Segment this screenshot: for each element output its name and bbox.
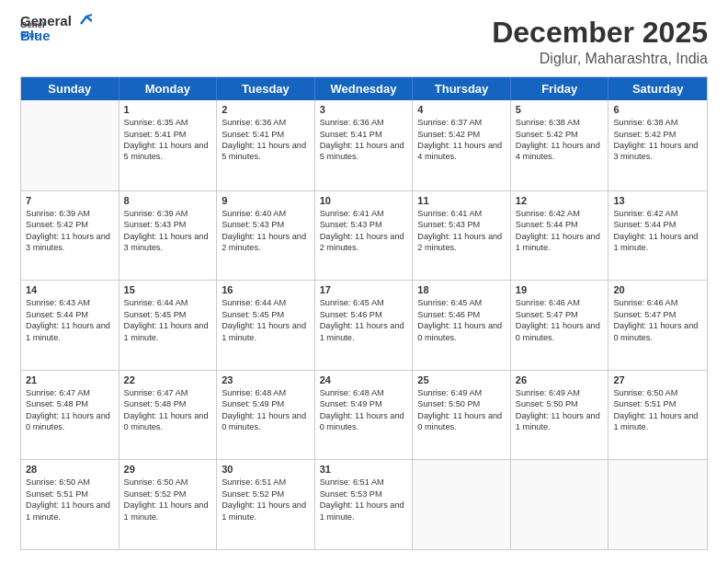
header-day-monday: Monday [119, 77, 218, 100]
calendar-cell: 15Sunrise: 6:44 AM Sunset: 5:45 PM Dayli… [119, 281, 218, 370]
day-info: Sunrise: 6:39 AM Sunset: 5:42 PM Dayligh… [26, 208, 114, 254]
day-info: Sunrise: 6:36 AM Sunset: 5:41 PM Dayligh… [222, 117, 310, 163]
calendar-cell: 1Sunrise: 6:35 AM Sunset: 5:41 PM Daylig… [119, 100, 218, 190]
day-info: Sunrise: 6:38 AM Sunset: 5:42 PM Dayligh… [613, 117, 702, 163]
calendar-cell: 28Sunrise: 6:50 AM Sunset: 5:51 PM Dayli… [21, 460, 119, 549]
calendar-cell: 2Sunrise: 6:36 AM Sunset: 5:41 PM Daylig… [217, 100, 315, 190]
calendar-row-4: 28Sunrise: 6:50 AM Sunset: 5:51 PM Dayli… [21, 459, 707, 549]
calendar-cell [21, 100, 119, 190]
calendar-row-1: 7Sunrise: 6:39 AM Sunset: 5:42 PM Daylig… [21, 190, 707, 281]
calendar-cell: 31Sunrise: 6:51 AM Sunset: 5:53 PM Dayli… [315, 460, 414, 549]
day-info: Sunrise: 6:49 AM Sunset: 5:50 PM Dayligh… [516, 387, 604, 433]
day-number: 27 [613, 374, 702, 385]
calendar-cell: 16Sunrise: 6:44 AM Sunset: 5:45 PM Dayli… [217, 281, 315, 370]
logo-block: General Blue [20, 13, 92, 43]
calendar-cell: 21Sunrise: 6:47 AM Sunset: 5:48 PM Dayli… [21, 371, 119, 460]
day-info: Sunrise: 6:39 AM Sunset: 5:43 PM Dayligh… [124, 208, 212, 254]
header-day-tuesday: Tuesday [217, 77, 315, 100]
day-number: 16 [222, 284, 310, 295]
day-number: 20 [613, 284, 702, 295]
day-number: 15 [124, 284, 212, 295]
logo-blue: Blue [20, 28, 92, 43]
day-info: Sunrise: 6:36 AM Sunset: 5:41 PM Dayligh… [320, 117, 408, 163]
day-info: Sunrise: 6:43 AM Sunset: 5:44 PM Dayligh… [26, 297, 114, 343]
day-number: 6 [613, 104, 702, 115]
day-info: Sunrise: 6:50 AM Sunset: 5:51 PM Dayligh… [613, 387, 702, 433]
day-info: Sunrise: 6:46 AM Sunset: 5:47 PM Dayligh… [613, 297, 702, 343]
calendar-header: SundayMondayTuesdayWednesdayThursdayFrid… [21, 77, 707, 100]
day-info: Sunrise: 6:46 AM Sunset: 5:47 PM Dayligh… [516, 297, 604, 343]
day-info: Sunrise: 6:38 AM Sunset: 5:42 PM Dayligh… [516, 117, 604, 163]
day-number: 3 [320, 104, 408, 115]
calendar-cell [413, 460, 511, 549]
calendar-cell: 23Sunrise: 6:48 AM Sunset: 5:49 PM Dayli… [217, 371, 315, 460]
day-number: 13 [613, 195, 702, 206]
day-info: Sunrise: 6:41 AM Sunset: 5:43 PM Dayligh… [417, 208, 506, 254]
day-info: Sunrise: 6:35 AM Sunset: 5:41 PM Dayligh… [124, 117, 212, 163]
day-info: Sunrise: 6:40 AM Sunset: 5:43 PM Dayligh… [222, 208, 310, 254]
day-number: 28 [26, 464, 114, 475]
calendar-cell: 26Sunrise: 6:49 AM Sunset: 5:50 PM Dayli… [511, 371, 609, 460]
day-number: 9 [222, 195, 310, 206]
calendar-cell: 7Sunrise: 6:39 AM Sunset: 5:42 PM Daylig… [21, 191, 119, 281]
calendar-cell: 5Sunrise: 6:38 AM Sunset: 5:42 PM Daylig… [511, 100, 609, 190]
day-number: 11 [417, 195, 506, 206]
day-number: 30 [222, 464, 310, 475]
calendar: SundayMondayTuesdayWednesdayThursdayFrid… [20, 76, 708, 550]
day-info: Sunrise: 6:48 AM Sunset: 5:49 PM Dayligh… [320, 387, 408, 433]
calendar-row-0: 1Sunrise: 6:35 AM Sunset: 5:41 PM Daylig… [21, 100, 707, 190]
day-number: 26 [516, 374, 604, 385]
title-block: December 2025 Diglur, Maharashtra, India [492, 17, 708, 67]
header-day-wednesday: Wednesday [315, 77, 414, 100]
day-number: 29 [124, 464, 212, 475]
header: General Blue General Blue December 2025 … [20, 17, 708, 67]
header-day-friday: Friday [511, 77, 609, 100]
day-info: Sunrise: 6:47 AM Sunset: 5:48 PM Dayligh… [124, 387, 212, 433]
day-number: 19 [516, 284, 604, 295]
day-info: Sunrise: 6:49 AM Sunset: 5:50 PM Dayligh… [417, 387, 506, 433]
calendar-cell: 12Sunrise: 6:42 AM Sunset: 5:44 PM Dayli… [511, 191, 609, 281]
day-info: Sunrise: 6:45 AM Sunset: 5:46 PM Dayligh… [320, 297, 408, 343]
day-info: Sunrise: 6:42 AM Sunset: 5:44 PM Dayligh… [613, 208, 702, 254]
calendar-cell: 22Sunrise: 6:47 AM Sunset: 5:48 PM Dayli… [119, 371, 218, 460]
day-number: 18 [417, 284, 506, 295]
calendar-cell: 30Sunrise: 6:51 AM Sunset: 5:52 PM Dayli… [217, 460, 315, 549]
calendar-row-2: 14Sunrise: 6:43 AM Sunset: 5:44 PM Dayli… [21, 280, 707, 370]
day-number: 25 [417, 374, 506, 385]
calendar-cell: 27Sunrise: 6:50 AM Sunset: 5:51 PM Dayli… [609, 371, 707, 460]
calendar-cell: 6Sunrise: 6:38 AM Sunset: 5:42 PM Daylig… [609, 100, 707, 190]
day-info: Sunrise: 6:51 AM Sunset: 5:53 PM Dayligh… [320, 477, 408, 523]
calendar-cell: 13Sunrise: 6:42 AM Sunset: 5:44 PM Dayli… [609, 191, 707, 281]
day-number: 10 [320, 195, 408, 206]
calendar-row-3: 21Sunrise: 6:47 AM Sunset: 5:48 PM Dayli… [21, 370, 707, 460]
calendar-cell: 17Sunrise: 6:45 AM Sunset: 5:46 PM Dayli… [315, 281, 414, 370]
day-info: Sunrise: 6:50 AM Sunset: 5:52 PM Dayligh… [124, 477, 212, 523]
calendar-cell [609, 460, 707, 549]
day-number: 22 [124, 374, 212, 385]
day-number: 5 [516, 104, 604, 115]
day-number: 8 [124, 195, 212, 206]
month-title: December 2025 [492, 17, 708, 49]
day-info: Sunrise: 6:41 AM Sunset: 5:43 PM Dayligh… [320, 208, 408, 254]
day-info: Sunrise: 6:50 AM Sunset: 5:51 PM Dayligh… [26, 477, 114, 523]
day-number: 23 [222, 374, 310, 385]
day-info: Sunrise: 6:44 AM Sunset: 5:45 PM Dayligh… [124, 297, 212, 343]
calendar-cell: 29Sunrise: 6:50 AM Sunset: 5:52 PM Dayli… [119, 460, 218, 549]
calendar-cell [511, 460, 609, 549]
day-info: Sunrise: 6:44 AM Sunset: 5:45 PM Dayligh… [222, 297, 310, 343]
header-day-saturday: Saturday [609, 77, 707, 100]
day-number: 21 [26, 374, 114, 385]
day-number: 7 [26, 195, 114, 206]
calendar-cell: 14Sunrise: 6:43 AM Sunset: 5:44 PM Dayli… [21, 281, 119, 370]
calendar-cell: 8Sunrise: 6:39 AM Sunset: 5:43 PM Daylig… [119, 191, 218, 281]
day-info: Sunrise: 6:47 AM Sunset: 5:48 PM Dayligh… [26, 387, 114, 433]
calendar-cell: 18Sunrise: 6:45 AM Sunset: 5:46 PM Dayli… [413, 281, 511, 370]
day-info: Sunrise: 6:48 AM Sunset: 5:49 PM Dayligh… [222, 387, 310, 433]
page: General Blue General Blue December 2025 … [0, 0, 728, 563]
calendar-cell: 9Sunrise: 6:40 AM Sunset: 5:43 PM Daylig… [217, 191, 315, 281]
day-number: 2 [222, 104, 310, 115]
day-info: Sunrise: 6:51 AM Sunset: 5:52 PM Dayligh… [222, 477, 310, 523]
day-number: 24 [320, 374, 408, 385]
calendar-cell: 10Sunrise: 6:41 AM Sunset: 5:43 PM Dayli… [315, 191, 414, 281]
calendar-cell: 24Sunrise: 6:48 AM Sunset: 5:49 PM Dayli… [315, 371, 414, 460]
